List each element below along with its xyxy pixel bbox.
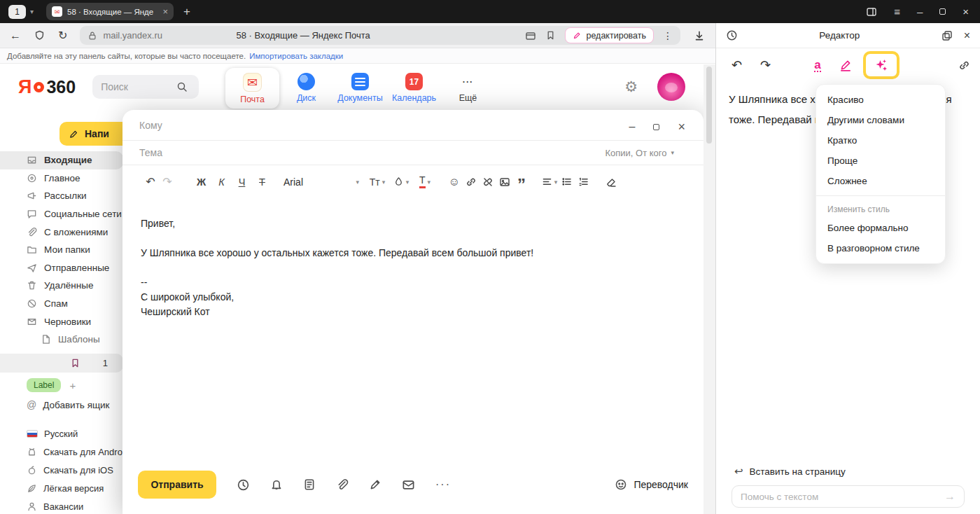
submit-arrow-icon[interactable]: → <box>944 490 955 503</box>
assist-input-box[interactable]: → <box>732 485 965 508</box>
underline-button[interactable]: Ч <box>232 176 252 188</box>
undo-button[interactable]: ↶ <box>142 173 159 191</box>
import-bookmarks-link[interactable]: Импортировать закладки <box>249 52 343 60</box>
to-field[interactable]: Кому <box>122 110 704 141</box>
download-icon[interactable] <box>693 29 706 42</box>
editor-close-icon[interactable]: × <box>964 29 970 42</box>
bookmark-icon[interactable] <box>545 30 556 41</box>
editor-redo-button[interactable]: ↷ <box>760 59 771 71</box>
copies-from-toggle[interactable]: Копии, От кого ▾ <box>605 148 674 158</box>
menu-item-beautiful[interactable]: Красиво <box>816 90 945 110</box>
minimize-button[interactable]: – <box>917 6 923 17</box>
sidebar-item-inbox[interactable]: Входящие <box>0 151 123 169</box>
insert-to-page-button[interactable]: ↩ Вставить на страницу <box>734 465 846 478</box>
menu-item-complex[interactable]: Сложнее <box>816 171 945 191</box>
sidebar-item-attachments[interactable]: С вложениями <box>0 223 123 241</box>
sidebar-item-social[interactable]: Социальные сети <box>0 205 123 223</box>
back-icon[interactable]: ← <box>10 30 21 41</box>
reload-icon[interactable]: ↻ <box>58 30 67 41</box>
link-icon[interactable] <box>958 60 970 71</box>
close-button[interactable]: × <box>962 6 969 17</box>
chevron-down-icon[interactable]: ▾ <box>30 8 34 15</box>
add-mailbox-button[interactable]: @ Добавить ящик <box>27 399 110 410</box>
settings-gear-icon[interactable]: ⚙ <box>624 78 638 95</box>
service-tab-calendar[interactable]: 17 Календарь <box>387 68 441 109</box>
insert-link-button[interactable] <box>463 173 479 191</box>
menu-item-shorter[interactable]: Кратко <box>816 130 945 151</box>
font-size-select[interactable]: Тт▾ <box>369 173 386 191</box>
envelope-icon[interactable] <box>402 478 415 492</box>
service-tab-disk[interactable]: Диск <box>279 68 333 109</box>
schedule-clock-icon[interactable] <box>237 478 250 492</box>
sidebar-item-trash[interactable]: Удалённые <box>0 277 123 295</box>
redo-button[interactable]: ↷ <box>159 173 176 191</box>
avatar[interactable] <box>657 73 685 101</box>
sidebar-item-main[interactable]: Главное <box>0 169 123 188</box>
sidebar-item-newsletters[interactable]: Рассылки <box>0 187 123 205</box>
card-icon[interactable] <box>525 30 536 41</box>
compose-expand-button[interactable] <box>653 124 659 130</box>
page-scrollbar[interactable] <box>704 64 715 514</box>
strikethrough-button[interactable]: Т <box>252 176 272 188</box>
download-android-link[interactable]: Скачать для Andro <box>27 443 123 461</box>
align-button[interactable]: ▾ <box>541 173 558 191</box>
numbered-list-button[interactable] <box>575 173 592 191</box>
emoji-button[interactable]: ☺ <box>446 173 463 191</box>
reminder-bell-icon[interactable] <box>270 478 283 491</box>
editor-undo-button[interactable]: ↶ <box>732 59 742 71</box>
address-bar[interactable]: mail.yandex.ru 58 · Входящие — Яндекс По… <box>80 26 680 45</box>
subject-field[interactable]: Тема Копии, От кого ▾ <box>122 141 704 165</box>
tab-close-icon[interactable]: × <box>162 6 168 17</box>
browser-tab[interactable]: ✉ 58 · Входящие — Янде × <box>46 3 174 20</box>
highlight-color-button[interactable]: ▾ <box>393 173 410 191</box>
sidebar-item-drafts[interactable]: Черновики <box>0 312 123 331</box>
label-tag[interactable]: Label <box>27 378 61 392</box>
service-tab-docs[interactable]: Документы <box>333 68 387 109</box>
yandex-360-logo[interactable]: Я 360 <box>18 76 76 98</box>
maximize-button[interactable] <box>939 8 946 15</box>
flagged-filter-row[interactable]: 1 <box>0 354 123 373</box>
sidebar-item-my-folders[interactable]: Мои папки <box>0 241 123 259</box>
service-tab-more[interactable]: ··· Ещё <box>441 68 495 109</box>
insert-image-button[interactable] <box>496 173 513 191</box>
compose-body[interactable]: Привет, У Шляпника все хорошо у остальны… <box>122 198 704 319</box>
edit-page-button[interactable]: редактировать <box>565 27 654 43</box>
service-tab-mail[interactable]: ✉ Почта <box>225 68 279 109</box>
tab-group-chip[interactable]: 1 <box>8 5 26 19</box>
search-icon[interactable] <box>176 81 188 92</box>
protect-icon[interactable] <box>34 29 46 41</box>
new-tab-button[interactable]: + <box>183 5 190 19</box>
remove-link-button[interactable] <box>479 173 496 191</box>
blockquote-button[interactable]: ” <box>513 173 530 191</box>
sidebar-item-templates[interactable]: Шаблоны <box>0 331 123 349</box>
scrollbar-thumb[interactable] <box>706 67 712 144</box>
text-color-button[interactable]: Т ▾ <box>416 173 433 191</box>
compose-minimize-button[interactable]: – <box>629 121 636 132</box>
language-link[interactable]: Русский <box>27 425 123 443</box>
bold-button[interactable]: Ж <box>191 176 211 188</box>
menu-item-other-words[interactable]: Другими словами <box>816 110 945 130</box>
menu-item-more-formal[interactable]: Более формально <box>816 218 945 238</box>
menu-item-simpler[interactable]: Проще <box>816 151 945 171</box>
send-button[interactable]: Отправить <box>138 471 216 499</box>
italic-button[interactable]: К <box>211 176 232 188</box>
menu-item-conversational[interactable]: В разговорном стиле <box>816 238 945 258</box>
browser-menu-icon[interactable]: ≡ <box>894 6 900 17</box>
spellcheck-icon[interactable]: a <box>814 59 820 72</box>
clear-formatting-button[interactable] <box>603 173 620 191</box>
vacancies-link[interactable]: Вакансии <box>27 497 123 514</box>
rewrite-pencil-icon[interactable] <box>839 59 852 71</box>
search-box[interactable] <box>92 75 199 99</box>
light-version-link[interactable]: Лёгкая версия <box>27 479 123 497</box>
kebab-menu-icon[interactable]: ⋮ <box>663 31 673 41</box>
download-ios-link[interactable]: Скачать для iOS <box>27 461 123 480</box>
improve-text-button[interactable] <box>863 51 899 79</box>
sidebar-item-sent[interactable]: Отправленные <box>0 259 123 277</box>
attach-paperclip-icon[interactable] <box>336 478 349 491</box>
add-label-button[interactable]: + <box>69 380 76 391</box>
side-panel-icon[interactable] <box>866 6 877 18</box>
notes-icon[interactable] <box>303 478 316 491</box>
font-family-select[interactable]: Arial ▾ <box>284 176 359 188</box>
open-in-window-icon[interactable] <box>941 30 953 41</box>
history-clock-icon[interactable] <box>726 29 738 41</box>
